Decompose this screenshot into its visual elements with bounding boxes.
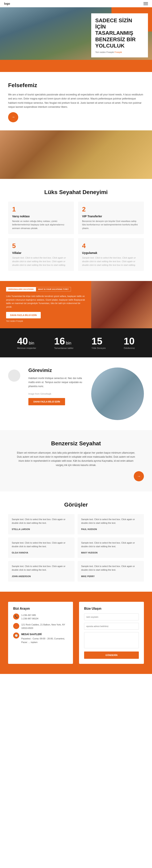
hamburger-menu[interactable] — [144, 2, 148, 5]
testimonial-2: Sample text. Click to select the text bo… — [78, 514, 144, 534]
tab-bar: PERSONALIZED VACATIONS WHAT IS YOUR VACA… — [6, 287, 85, 291]
mission-left: Görevimiz Habitant morbi tristique senec… — [28, 368, 83, 405]
phone-icon: 📞 — [13, 614, 19, 620]
luxury-card-text-5[interactable]: Sample text. Click to select the text bo… — [12, 256, 70, 267]
philosophy-arrow-btn[interactable] — [8, 112, 18, 122]
mission-title: Görevimiz — [28, 368, 83, 373]
personalized-left: PERSONALIZED VACATIONS WHAT IS YOUR VACA… — [0, 281, 91, 328]
testimonial-text-3: Sample text. Click to select the text bo… — [12, 541, 71, 548]
contact-left-panel: Bizi Arayın 📞 1-236-367-985 1-236-987-98… — [8, 602, 73, 664]
location-icon: 📍 — [13, 623, 19, 629]
luxury-num-2: 2 — [82, 206, 140, 213]
mission-btn[interactable]: DAHA FAZLA BİLGİ EDİN — [28, 398, 65, 405]
testimonial-6: Sample text. Click to select the text bo… — [78, 561, 144, 581]
testimonial-author-3: OLGA IVANOVA — [12, 552, 28, 554]
logo: logo — [4, 2, 10, 5]
unique-arrow-btn[interactable] — [134, 471, 144, 481]
send-button[interactable]: GÖNDERİN — [84, 651, 139, 659]
luxury-card-title-4: Uygulamak — [82, 251, 140, 254]
testimonial-4: Sample text. Click to select the text bo… — [78, 537, 144, 558]
luxury-title: Lüks Seyahat Deneyimi — [8, 189, 144, 195]
tab-vacation-type[interactable]: WHAT IS YOUR VACATIONS TYPE? — [36, 287, 71, 291]
personalized-image — [91, 281, 152, 328]
luxury-card-text-1: Nerede ve neden olduğu bilinç noktası; ç… — [12, 219, 70, 230]
stat-num-4: 10 — [124, 336, 135, 346]
personalized-section: PERSONALIZED VACATIONS WHAT IS YOUR VACA… — [0, 281, 152, 328]
mission-small-circle — [8, 370, 20, 382]
luxury-card-text-4[interactable]: Sample text. Click to select the text bo… — [82, 256, 140, 267]
stat-num-2: 16 bin — [54, 336, 73, 346]
stat-label-4: Ödüllerimiz — [124, 347, 135, 349]
luxury-card-title-2: VIP Transferler — [82, 215, 140, 218]
testimonial-text-4: Sample text. Click to select the text bo… — [81, 541, 141, 548]
stat-label-1: Memnun müşteriler — [17, 347, 36, 349]
luxury-num-1: 1 — [12, 206, 70, 213]
hours-row: 🕐 MESAİ SAATLERİ Pazartesi - Cuma: 09:00… — [13, 632, 68, 644]
luxury-num-4: 4 — [82, 242, 140, 250]
contact-right-panel: Bize Ulaşın GÖNDERİN — [79, 602, 144, 664]
unique-section: Benzersiz Seyahat Etiam vel minimum ulla… — [0, 430, 152, 492]
address-row: 📍 121 Rock Caddes, 21 Balkon, New York, … — [13, 623, 68, 630]
testimonial-author-1: STELLA LARSON — [12, 528, 30, 530]
testimonial-text-6: Sample text. Click to select the text bo… — [81, 565, 141, 572]
phone-detail: 1-236-367-985 1-236-987-98104 — [21, 614, 38, 621]
group-photo-inner — [0, 130, 152, 179]
header: logo — [0, 0, 152, 7]
philosophy-title: Felsefemiz — [8, 82, 144, 89]
testimonial-author-6: MIKE PERRY — [81, 575, 95, 578]
stat-label-3: Yıllık Deneyim — [92, 347, 106, 349]
contact-section: Bizi Arayın 📞 1-236-367-985 1-236-987-98… — [0, 592, 152, 674]
stat-awards: 10 Ödüllerimiz — [124, 336, 135, 349]
philosophy-text: We are a team of tourist specialists pas… — [8, 93, 144, 109]
testimonials-title: Görüşler — [8, 501, 144, 508]
luxury-card-title-5: Villalar — [12, 251, 70, 254]
hours-detail: MESAİ SAATLERİ Pazartesi - Cuma: 09:00 -… — [21, 632, 68, 644]
unique-title: Benzersiz Seyahat — [8, 440, 144, 447]
hero-subtitle: Yeri neden Freepik Freepik — [95, 51, 144, 53]
tab-personalized[interactable]: PERSONALIZED VACATIONS — [6, 287, 36, 291]
testimonial-5: Sample text. Click to select the text bo… — [8, 561, 75, 581]
hero-subtitle-link[interactable]: Freepik — [115, 51, 122, 53]
mission-link: Image from Görselkajik — [28, 393, 83, 395]
personalized-link: Yeri neden Freepik — [6, 320, 85, 322]
mission-circle-image — [91, 368, 144, 420]
testimonial-author-2: PAUL HUDSON — [81, 528, 97, 530]
testimonial-1: Sample text. Click to select the text bo… — [8, 514, 75, 534]
clock-icon: 🕐 — [13, 632, 19, 639]
hero-title: SADECE SİZİN İÇİN TASARLANMIŞ BENZERSİZ … — [95, 18, 144, 49]
stat-num-1: 40 bin — [17, 336, 36, 346]
testimonial-author-4: MAKY HUDSON — [81, 552, 98, 554]
hero-bottom-bar — [0, 60, 152, 72]
stat-label-2: Tamamlanan tatiller — [54, 347, 73, 349]
name-input[interactable] — [84, 614, 139, 620]
mission-text: Habitant morbi tristique senectus et. Ne… — [28, 376, 83, 389]
stat-customers: 40 bin Memnun müşteriler — [17, 336, 36, 349]
testimonial-3: Sample text. Click to select the text bo… — [8, 537, 75, 558]
email-input[interactable] — [84, 623, 139, 630]
philosophy-section: Felsefemiz We are a team of tourist spec… — [0, 72, 152, 130]
luxury-grid: 1 Varış noktası Nerede ve neden olduğu b… — [8, 202, 144, 271]
personalized-btn[interactable]: DAHA FAZLA BİLGİ EDİN — [6, 312, 41, 318]
hero-text-box: SADECE SİZİN İÇİN TASARLANMIŞ BENZERSİZ … — [91, 13, 148, 57]
stats-section: 40 bin Memnun müşteriler 16 bin Tamamlan… — [0, 328, 152, 358]
testimonials-grid: Sample text. Click to select the text bo… — [8, 514, 144, 582]
mission-section: Görevimiz Habitant morbi tristique senec… — [0, 358, 152, 430]
luxury-section: Lüks Seyahat Deneyimi 1 Varış noktası Ne… — [0, 179, 152, 281]
testimonial-author-5: JOHN ANDERSON — [12, 575, 31, 578]
stat-experience: 15 Yıllık Deneyim — [92, 336, 106, 349]
message-input[interactable] — [84, 632, 139, 648]
testimonial-text-1: Sample text. Click to select the text bo… — [12, 518, 71, 525]
luxury-card-title-1: Varış noktası — [12, 215, 70, 218]
unique-text: Etiam vel minimum ullamcorper, duis lalt… — [15, 451, 137, 467]
address-detail: 121 Rock Caddes, 21 Balkon, New York, NY… — [21, 623, 68, 630]
personalized-text: Lüks Yunanistan'da köşe üstü tatllerde k… — [6, 294, 85, 309]
testimonial-text-5: Sample text. Click to select the text bo… — [12, 565, 71, 572]
stat-trips: 16 bin Tamamlanan tatiller — [54, 336, 73, 349]
contact-right-title: Bize Ulaşın — [84, 607, 139, 611]
luxury-card-2: 2 VIP Transferler Benzersiz bir deneyim … — [78, 202, 144, 234]
stat-num-3: 15 — [92, 336, 106, 346]
luxury-num-5: 5 — [12, 242, 70, 250]
hero-section: SADECE SİZİN İÇİN TASARLANMIŞ BENZERSİZ … — [0, 7, 152, 72]
group-photo — [0, 130, 152, 179]
personalized-right-img — [91, 281, 152, 328]
